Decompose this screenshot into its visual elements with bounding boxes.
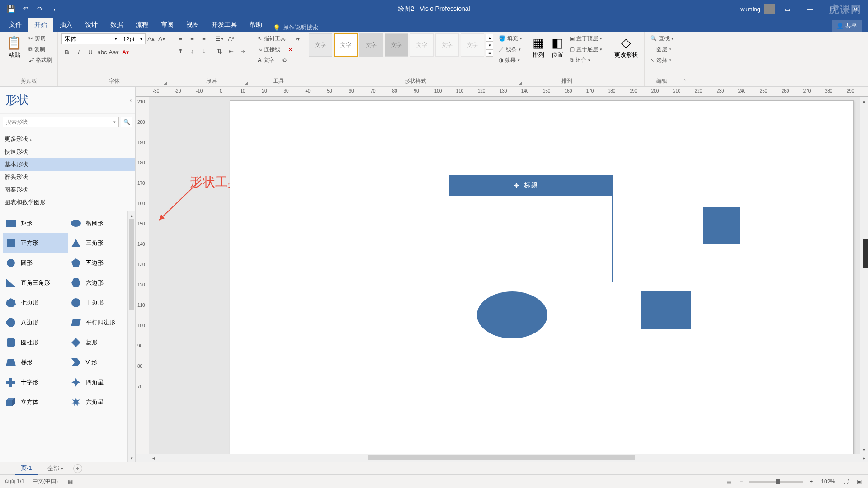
- shapes-search-input[interactable]: 搜索形状 ▾: [3, 117, 119, 127]
- line-spacing-button[interactable]: ⇅: [214, 46, 225, 56]
- zoom-level[interactable]: 102%: [819, 478, 837, 486]
- stencil-quick[interactable]: 快速形状: [0, 145, 135, 158]
- stencil-chart[interactable]: 图表和数学图形: [0, 196, 135, 209]
- shape-item-12[interactable]: 圆柱形: [3, 333, 68, 352]
- canvas-vscroll[interactable]: ▴ ▾: [860, 97, 868, 454]
- share-button[interactable]: 👤 共享: [832, 20, 862, 32]
- align-center-button[interactable]: ≡: [187, 33, 198, 43]
- vscroll-up-icon[interactable]: ▴: [860, 97, 868, 105]
- shapes-collapse-button[interactable]: ‹: [130, 97, 132, 103]
- shape-item-1[interactable]: 椭圆形: [68, 213, 133, 233]
- maximize-icon[interactable]: ❐: [823, 1, 843, 17]
- canvas[interactable]: 形状工具 ✥ 标题: [149, 97, 868, 454]
- full-screen-icon[interactable]: ▣: [855, 478, 863, 486]
- shape-item-13[interactable]: 菱形: [68, 333, 133, 352]
- zoom-thumb[interactable]: [776, 479, 780, 484]
- hscroll-thumb[interactable]: [368, 455, 635, 460]
- tab-file[interactable]: 文件: [3, 18, 28, 32]
- add-page-button[interactable]: +: [73, 464, 82, 473]
- align-top-button[interactable]: ⤒: [175, 46, 186, 56]
- connector-tool-button[interactable]: ↘连接线: [256, 44, 282, 54]
- undo-icon[interactable]: ↶: [20, 4, 31, 14]
- style-item-7[interactable]: 文字: [461, 33, 484, 57]
- align-bottom-button[interactable]: ⤓: [198, 46, 209, 56]
- tab-help[interactable]: 帮助: [243, 18, 269, 32]
- zoom-slider[interactable]: [749, 481, 803, 483]
- italic-button[interactable]: I: [73, 47, 84, 57]
- change-case-button[interactable]: Aa▾: [108, 47, 119, 57]
- style-item-4[interactable]: 文字: [385, 33, 408, 57]
- tab-insert[interactable]: 插入: [53, 18, 79, 32]
- canvas-hscroll[interactable]: ◂ ▸: [136, 454, 868, 462]
- presentation-mode-icon[interactable]: ▤: [725, 478, 733, 486]
- align-right-button[interactable]: ≡: [198, 33, 209, 43]
- tab-view[interactable]: 视图: [180, 18, 205, 32]
- stencil-arrows[interactable]: 箭头形状: [0, 171, 135, 183]
- send-back-button[interactable]: ▢置于底层▾: [568, 44, 604, 54]
- tab-review[interactable]: 审阅: [155, 18, 180, 32]
- shapes-search-button[interactable]: 🔍: [121, 117, 132, 127]
- underline-button[interactable]: U: [85, 47, 96, 57]
- text-rotate-button[interactable]: ⟲: [279, 55, 290, 65]
- position-button[interactable]: ◧位置: [549, 33, 566, 61]
- group-button[interactable]: ⧉组合▾: [568, 55, 604, 65]
- user-account[interactable]: wuming: [740, 4, 775, 14]
- align-left-button[interactable]: ≡: [175, 33, 186, 43]
- gallery-more-icon[interactable]: ≡: [486, 49, 493, 57]
- minimize-icon[interactable]: —: [800, 1, 820, 17]
- arrange-button[interactable]: ▦排列: [530, 33, 547, 61]
- bring-front-button[interactable]: ▣置于顶层▾: [568, 33, 604, 43]
- style-item-2[interactable]: 文字: [334, 33, 358, 57]
- copy-button[interactable]: ⧉复制: [27, 44, 54, 54]
- style-item-5[interactable]: 文字: [410, 33, 434, 57]
- vscroll-down-icon[interactable]: ▾: [860, 446, 868, 454]
- text-tool-button[interactable]: A文字: [256, 55, 276, 65]
- shape-item-8[interactable]: 七边形: [3, 293, 68, 313]
- shape-square[interactable]: [703, 207, 740, 244]
- connection-point-button[interactable]: ✕: [285, 44, 296, 54]
- status-language[interactable]: 中文(中国): [33, 478, 58, 485]
- zoom-in-button[interactable]: +: [808, 478, 815, 486]
- shapes-scrollbar[interactable]: ▴ ▾: [127, 211, 135, 462]
- stencil-basic[interactable]: 基本形状: [0, 158, 135, 171]
- hscroll-left-icon[interactable]: ◂: [149, 455, 157, 460]
- tab-process[interactable]: 流程: [129, 18, 155, 32]
- shape-item-18[interactable]: 立方体: [3, 392, 68, 412]
- line-button[interactable]: ／线条▾: [499, 44, 522, 54]
- scroll-up-icon[interactable]: ▴: [128, 211, 135, 219]
- font-color-button[interactable]: A▾: [120, 47, 131, 57]
- tell-me-search[interactable]: 💡 操作说明搜索: [273, 23, 318, 32]
- stencil-more[interactable]: 更多形状 ▸: [0, 133, 135, 145]
- format-painter-button[interactable]: 🖌格式刷: [27, 55, 54, 65]
- decrease-indent-button[interactable]: ⇤: [226, 46, 236, 56]
- scroll-down-icon[interactable]: ▾: [128, 454, 135, 462]
- close-icon[interactable]: ✕: [845, 1, 865, 17]
- shape-item-6[interactable]: 直角三角形: [3, 273, 68, 293]
- font-name-combo[interactable]: 宋体▾: [61, 33, 120, 44]
- shape-item-17[interactable]: 四角星: [68, 372, 133, 392]
- shape-item-11[interactable]: 平行四边形: [68, 313, 133, 333]
- shape-item-15[interactable]: V 形: [68, 352, 133, 372]
- paragraph-dialog-launcher[interactable]: ◢: [245, 80, 248, 85]
- shape-item-16[interactable]: 十字形: [3, 372, 68, 392]
- bold-button[interactable]: B: [61, 47, 72, 57]
- tab-home[interactable]: 开始: [28, 18, 53, 32]
- shrink-font-button[interactable]: A▾: [156, 33, 167, 43]
- shape-item-10[interactable]: 八边形: [3, 313, 68, 333]
- paste-button[interactable]: 📋 粘贴: [4, 33, 25, 61]
- pointer-tool-button[interactable]: ↖指针工具: [256, 33, 288, 43]
- rectangle-tool-button[interactable]: ▭▾: [290, 33, 301, 43]
- shape-item-7[interactable]: 六边形: [68, 273, 133, 293]
- collapse-ribbon-button[interactable]: ⌃: [679, 32, 690, 86]
- tab-data[interactable]: 数据: [104, 18, 129, 32]
- tab-dev[interactable]: 开发工具: [205, 18, 243, 32]
- bullets-button[interactable]: ☰▾: [214, 33, 225, 43]
- save-icon[interactable]: 💾: [5, 4, 16, 14]
- ruler-horizontal[interactable]: -30-20-100102030405060708090100110120130…: [149, 87, 868, 97]
- shape-ellipse[interactable]: [477, 291, 547, 338]
- gallery-up-icon[interactable]: ▴: [486, 34, 493, 42]
- tab-design[interactable]: 设计: [79, 18, 104, 32]
- style-item-1[interactable]: 文字: [309, 33, 332, 57]
- hscroll-right-icon[interactable]: ▸: [860, 455, 868, 460]
- layer-button[interactable]: ≣图层▾: [648, 44, 673, 54]
